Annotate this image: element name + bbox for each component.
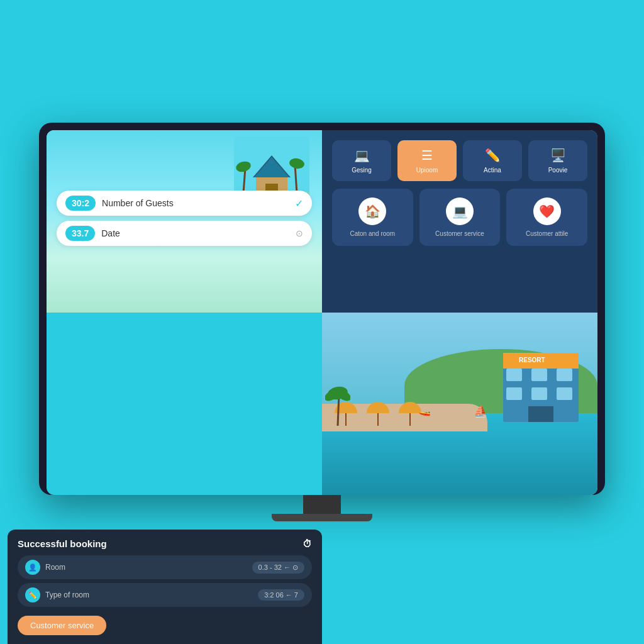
svg-rect-16 (531, 387, 547, 400)
nav-customer-attile[interactable]: ❤️ Customer attile (506, 189, 587, 246)
room-icon: 👤 (25, 560, 40, 575)
edit-icon-nav: ✏️ (485, 148, 501, 163)
date-field[interactable]: 33.7 Date ⊙ (57, 221, 312, 246)
date-badge: 33.7 (65, 226, 95, 241)
svg-rect-14 (557, 369, 572, 381)
panel-nav: 💻 Gesing ☰ Upioom ✏️ Actina 🖥️ Poovie (322, 130, 597, 313)
booking-row-room[interactable]: 👤 Room 0.3 - 32 ← ⊙ (18, 555, 312, 579)
stand-base (272, 514, 372, 521)
stand-neck (303, 495, 341, 514)
actina-label: Actina (484, 167, 501, 174)
menu-icon: ☰ (421, 148, 433, 163)
panel-booking: Successful booking ⏱ 👤 Room 0.3 - 32 ← ⊙… (8, 530, 322, 644)
monitor-screen: 30:2 Number of Guests ✓ 33.7 Date ⊙ 💻 (47, 130, 597, 495)
type-icon: ✏️ (25, 587, 40, 602)
nav-poovie[interactable]: 🖥️ Poovie (528, 140, 587, 181)
nav-actina[interactable]: ✏️ Actina (463, 140, 522, 181)
svg-rect-13 (531, 369, 547, 381)
caton-label: Caton and room (350, 230, 395, 237)
nav-gesing[interactable]: 💻 Gesing (332, 140, 391, 181)
svg-rect-12 (506, 369, 522, 381)
panel-beach: RESORT (322, 313, 597, 495)
laptop-icon: 💻 (354, 148, 370, 163)
caton-icon: 🏠 (358, 197, 386, 225)
type-value: 3:2 06 ← 7 (258, 589, 304, 601)
gesing-label: Gesing (352, 167, 372, 174)
svg-text:RESORT: RESORT (519, 357, 545, 364)
monitor-stand (39, 495, 605, 521)
date-label: Date (101, 228, 289, 238)
check-icon: ✓ (295, 197, 303, 209)
attile-label: Customer attile (526, 230, 568, 237)
service-icon: 💻 (446, 197, 474, 225)
upioom-label: Upioom (416, 167, 438, 174)
room-label: Room (45, 563, 247, 572)
customer-service-button[interactable]: Customer service (18, 616, 106, 635)
panel-resort: 30:2 Number of Guests ✓ 33.7 Date ⊙ (47, 130, 322, 313)
screen-icon: 🖥️ (550, 148, 566, 163)
guests-label: Number of Guests (102, 198, 289, 208)
guests-badge: 30:2 (65, 196, 96, 211)
guests-field[interactable]: 30:2 Number of Guests ✓ (57, 191, 312, 216)
palm-beach (325, 382, 350, 426)
nav-upioom[interactable]: ☰ Upioom (397, 140, 457, 181)
type-label: Type of room (45, 591, 253, 599)
nav-caton[interactable]: 🏠 Caton and room (332, 189, 413, 246)
umbrella-2 (367, 402, 389, 426)
svg-rect-18 (528, 406, 553, 422)
monitor-container: 30:2 Number of Guests ✓ 33.7 Date ⊙ 💻 (39, 123, 605, 521)
svg-rect-17 (557, 387, 572, 400)
nav-bottom-row: 🏠 Caton and room 💻 Customer service ❤️ C… (332, 189, 587, 246)
booking-row-type[interactable]: ✏️ Type of room 3:2 06 ← 7 (18, 583, 312, 607)
form-overlay: 30:2 Number of Guests ✓ 33.7 Date ⊙ (57, 191, 312, 246)
svg-rect-15 (506, 387, 522, 400)
clock-icon: ⏱ (303, 538, 312, 549)
motorboat: 🚤 (418, 404, 431, 416)
monitor-outer: 30:2 Number of Guests ✓ 33.7 Date ⊙ 💻 (39, 123, 605, 495)
nav-customer-service[interactable]: 💻 Customer service (419, 189, 501, 246)
room-value: 0.3 - 32 ← ⊙ (252, 562, 304, 574)
heart-icon: ❤️ (533, 197, 561, 225)
edit-icon: ⊙ (296, 228, 303, 238)
poovie-label: Poovie (548, 167, 568, 174)
resort-building: RESORT (497, 347, 585, 422)
nav-top-row: 💻 Gesing ☰ Upioom ✏️ Actina 🖥️ Poovie (332, 140, 587, 181)
sailboat: ⛵ (474, 404, 487, 418)
service-label: Customer service (435, 230, 484, 237)
hut-illustration (234, 136, 309, 199)
booking-title: Successful booking ⏱ (18, 538, 312, 549)
